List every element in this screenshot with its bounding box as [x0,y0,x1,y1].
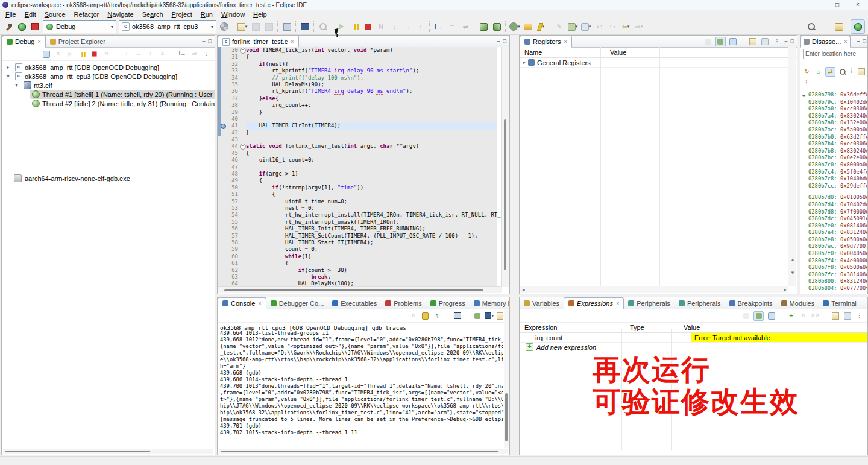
minimize-view-icon[interactable]: – [864,300,867,306]
close-button[interactable]: × [848,0,868,10]
minimize-view-icon[interactable]: – [497,39,500,44]
tab-peripherals[interactable]: Peripherals [675,297,725,309]
disassembly-row[interactable]: 0280b7b0: 0x63d2ffeb [802,134,867,141]
breakpoint-icon[interactable] [221,124,226,129]
tab-modules[interactable]: Modules [777,297,819,309]
disconnect-button[interactable]: N [374,20,388,33]
disassembly-row[interactable]: 0280b7ac: 0x5a00a0e3 [802,127,867,134]
forward-history-button[interactable]: ⇨▾ [632,20,646,33]
collapse-all-button[interactable] [42,50,51,59]
disassembly-row[interactable]: 0280b7a8: 0x132e00eb [802,119,867,127]
sync-active-context-button[interactable]: ⇄ [825,67,835,77]
menu-navigate[interactable]: Navigate [103,11,137,18]
run-last-button[interactable] [490,20,503,33]
column-header-value[interactable]: Value [680,324,700,331]
column-divider[interactable] [671,329,672,450]
code-line[interactable]: 44−static void forlinx_timer_test(int ar… [218,143,497,150]
breakpoint-ruler[interactable] [221,68,225,74]
disassembly-row[interactable]: 0280b7cc: 0x29deffea [802,183,867,190]
code-line[interactable]: 30−void TIMER4_tick_isr(int vector, void… [218,47,497,54]
step-return-view-button[interactable]: ↑ [146,50,155,59]
code-line[interactable]: 61 { [218,260,497,267]
resume-view-button[interactable] [66,50,75,59]
scroll-up-icon[interactable]: ▲ [790,257,795,262]
launch-target-combo[interactable]: c ok3568_amp_rtt_cpu3 ▾ [119,20,216,33]
code-line[interactable]: 32 if(nest){ [218,61,497,68]
scrollbar-thumb[interactable] [504,119,506,270]
terminate-button[interactable] [361,20,374,33]
view-menu-button[interactable]: ⋮ [855,312,864,320]
tree-item[interactable]: Thread #2 [tidle] 2 (Name: tidle, rdy 31… [2,99,215,108]
hide-frames-button[interactable]: ≡ [445,20,459,33]
debug-config-button[interactable]: ▾ [508,20,521,33]
gdb-process-item[interactable]: aarch64-arm-riscv-none-elf-gdb.exe [14,174,130,182]
tree-item[interactable]: Thread #1 [tshell] 1 (Name: tshell, rdy … [2,90,215,99]
tab-debugger-co[interactable]: Debugger Co... [266,297,329,309]
layout-button[interactable] [753,311,764,321]
terminate-view-button[interactable] [90,50,99,59]
minimize-button[interactable]: – [807,0,827,10]
breakpoint-ruler[interactable] [221,130,225,136]
scrollbar-thumb[interactable] [224,289,483,291]
menu-help[interactable]: Help [249,11,271,18]
breakpoint-ruler[interactable] [221,75,225,81]
annotation-nav-button[interactable]: ▾ [579,20,593,33]
disassembly-row[interactable]: 0280b7d8: 0x7f0000da [802,209,867,216]
close-icon[interactable]: × [616,300,619,306]
terminate-launch-button[interactable] [28,20,42,33]
breakpoint-ruler[interactable] [221,219,225,226]
breakpoint-ruler[interactable] [221,136,225,143]
launch-mode-combo[interactable]: Debug ▾ [43,20,116,33]
tab-console[interactable]: Console× [218,297,266,309]
word-wrap-button[interactable]: ¶ [433,312,442,320]
use-step-filters-button[interactable]: ⇌ [459,20,472,33]
menu-refactor[interactable]: Refactor [70,11,104,18]
breakpoint-ruler[interactable] [221,54,225,60]
debug-horizontal-scrollbar[interactable] [3,449,213,454]
step-over-button[interactable]: → [401,20,414,33]
show-type-names-button[interactable] [703,37,712,46]
column-header-expression[interactable]: Expression [520,324,626,331]
disassembly-row[interactable]: 0280b7f0: 0x004050e2 [802,250,867,258]
new-view-button[interactable] [831,312,840,320]
build-hammer-button[interactable] [2,20,15,33]
breakpoint-ruler[interactable] [221,61,225,68]
console-vertical-scrollbar[interactable] [504,309,509,448]
breakpoint-ruler[interactable] [221,267,225,274]
remove-expression-button[interactable]: ✕ [799,312,808,320]
disassembly-row[interactable]: 0280b7c0: 0x8000a0e3 [802,162,867,169]
maximize-view-icon[interactable]: □ [791,39,794,44]
code-line[interactable]: 39 } [218,109,497,116]
layout-button[interactable] [715,37,726,46]
breakpoint-ruler[interactable] [221,253,225,260]
track-expression-button[interactable] [838,68,847,76]
column-header-name[interactable]: Name [520,49,605,56]
new-wizard-button[interactable]: ▾ [236,20,249,33]
view-menu-button[interactable]: ⋮ [804,79,809,85]
code-line[interactable]: 33 rt_kprintf("TIMER4 irq delay 90 ms st… [218,68,497,74]
disassembly-row[interactable]: 0280b7c4: 0x5f0e4fe3 [802,169,867,176]
breakpoint-ruler[interactable] [221,116,225,122]
breakpoint-ruler[interactable] [221,246,225,253]
scrollbar-thumb[interactable] [221,451,498,452]
code-line[interactable]: 63 break; [218,274,497,280]
scrollbar-thumb[interactable] [5,451,150,452]
editor-vertical-scrollbar[interactable] [501,47,509,287]
code-line[interactable]: 54 rt_hw_interrupt_install(TIMER4_IRQn, … [218,212,497,218]
expander-icon[interactable]: ▸ [523,60,526,65]
disassembly-row[interactable]: 0280b7c8: 0x1040bde8 [802,176,867,183]
maximize-view-icon[interactable]: □ [863,39,866,44]
tab-debug[interactable]: Debug× [2,36,46,48]
tab-executables[interactable]: Executables [328,297,381,309]
code-line[interactable]: 42} [218,130,497,136]
disassembly-row[interactable]: 0280b7e0: 0x081406e3 [802,223,867,230]
column-header-value[interactable]: Value [605,49,626,56]
tab-terminal[interactable]: Terminal [819,297,861,309]
collapse-all-button[interactable] [767,312,776,320]
menu-edit[interactable]: Edit [20,11,40,18]
disassembly-row[interactable]: ◆0280b798: 0x36deffea [802,92,867,99]
disassembly-row[interactable]: 0280b7ec: 0x9d7700fa [802,243,867,250]
code-line[interactable]: 35 HAL_DelayMs(90); [218,81,497,88]
code-line[interactable]: 38 irq_count++; [218,102,497,109]
minimize-view-icon[interactable]: – [785,39,788,44]
